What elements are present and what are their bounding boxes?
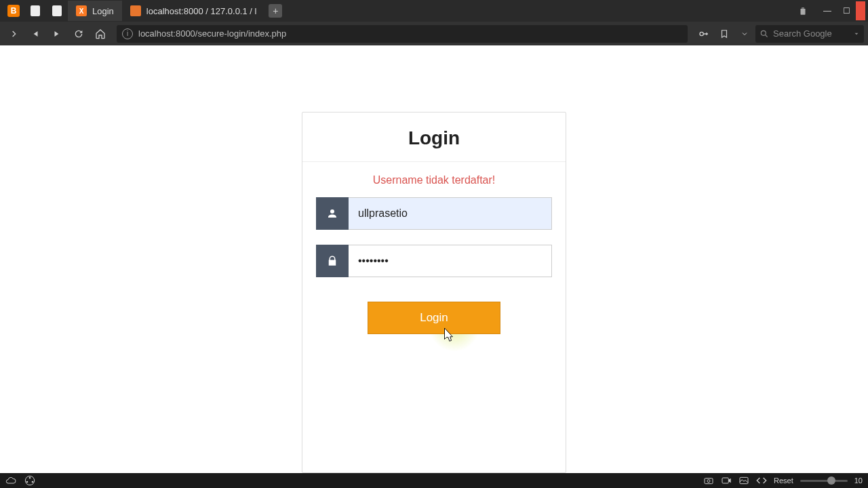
url-text: localhost:8000/secure-login/index.php xyxy=(138,28,286,39)
svg-rect-8 xyxy=(722,478,728,483)
username-input[interactable] xyxy=(349,197,552,230)
xampp-icon: X xyxy=(76,5,87,16)
doc-tab-icon[interactable] xyxy=(24,0,46,22)
home-button[interactable] xyxy=(91,24,110,43)
url-bar[interactable]: i localhost:8000/secure-login/index.php xyxy=(117,25,688,43)
tab-phpmyadmin[interactable]: localhost:8000 / 127.0.0.1 / l xyxy=(122,1,265,21)
tab-label: Login xyxy=(92,6,114,16)
svg-point-1 xyxy=(761,30,766,35)
trash-icon[interactable] xyxy=(793,1,812,20)
camera-icon[interactable] xyxy=(703,475,714,486)
user-icon xyxy=(316,197,349,230)
svg-point-7 xyxy=(707,480,710,483)
tab-login[interactable]: X Login xyxy=(68,1,122,21)
svg-point-3 xyxy=(29,477,31,479)
ubuntu-icon[interactable] xyxy=(24,475,35,486)
page-content: Login Username tidak terdaftar! Login xyxy=(0,45,868,473)
forward-button[interactable] xyxy=(47,24,66,43)
search-icon xyxy=(760,29,769,39)
back-button[interactable] xyxy=(4,24,23,43)
phpmyadmin-icon xyxy=(130,5,141,16)
image-icon[interactable] xyxy=(738,475,749,486)
svg-point-5 xyxy=(32,481,34,483)
error-message: Username tidak terdaftar! xyxy=(302,162,566,197)
doc-tab-icon[interactable] xyxy=(46,0,68,22)
login-title: Login xyxy=(302,113,566,162)
bookmark-icon[interactable] xyxy=(715,24,734,43)
svg-point-0 xyxy=(700,32,703,35)
tab-bar: B X Login localhost:8000 / 127.0.0.1 / l… xyxy=(0,0,868,22)
login-card: Login Username tidak terdaftar! Login xyxy=(302,112,566,473)
username-row xyxy=(316,197,552,230)
chevron-down-icon[interactable] xyxy=(735,24,754,43)
svg-point-4 xyxy=(26,481,28,483)
cloud-icon[interactable] xyxy=(5,475,16,486)
record-icon[interactable] xyxy=(721,475,732,486)
code-icon[interactable] xyxy=(756,475,767,486)
chevron-down-icon xyxy=(853,30,860,37)
new-tab-button[interactable]: + xyxy=(269,4,282,18)
zoom-slider[interactable] xyxy=(800,480,848,482)
password-input[interactable] xyxy=(349,245,552,277)
taskbar: Reset 10 xyxy=(0,473,868,488)
lock-icon xyxy=(316,245,349,277)
rewind-button[interactable] xyxy=(26,24,45,43)
maximize-button[interactable]: ☐ xyxy=(837,1,856,20)
reload-button[interactable] xyxy=(69,24,88,43)
minimize-button[interactable]: — xyxy=(818,1,837,20)
blogger-icon[interactable]: B xyxy=(3,0,24,22)
key-icon[interactable] xyxy=(694,24,713,43)
reset-label[interactable]: Reset xyxy=(774,476,793,485)
svg-rect-6 xyxy=(705,479,713,484)
info-icon[interactable]: i xyxy=(122,28,133,39)
search-box[interactable]: Search Google xyxy=(755,25,864,43)
zoom-value: 10 xyxy=(854,476,863,485)
close-button[interactable] xyxy=(856,1,865,20)
search-placeholder: Search Google xyxy=(773,28,832,39)
password-row xyxy=(316,245,552,277)
login-button[interactable]: Login xyxy=(368,302,500,334)
nav-bar: i localhost:8000/secure-login/index.php … xyxy=(0,22,868,45)
tab-label: localhost:8000 / 127.0.0.1 / l xyxy=(146,6,257,16)
